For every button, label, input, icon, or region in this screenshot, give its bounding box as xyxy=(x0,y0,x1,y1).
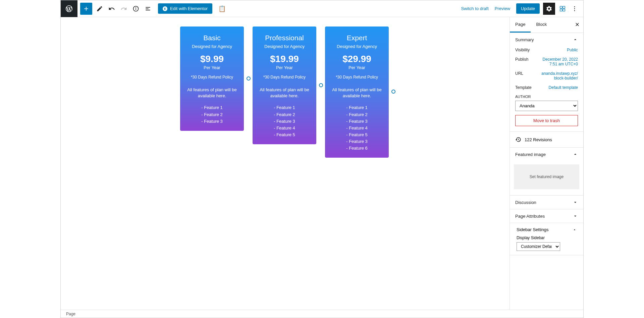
card-desc: All features of plan will be available h… xyxy=(330,87,384,99)
info-icon xyxy=(132,5,139,12)
summary-title: Summary xyxy=(515,37,534,42)
display-sidebar-select[interactable]: Customizer Default xyxy=(517,242,560,251)
url-value[interactable]: ananda.instawp.xyz/block-builder/ xyxy=(539,71,578,81)
plugin-icon xyxy=(559,5,566,12)
svg-point-2 xyxy=(136,7,136,8)
sidebar-settings-panel: Sidebar Settings Display Sidebar Customi… xyxy=(510,223,583,255)
plugin-button[interactable] xyxy=(556,3,569,15)
summary-header[interactable]: Summary xyxy=(510,33,583,46)
discussion-title: Discussion xyxy=(515,200,536,205)
chevron-up-icon xyxy=(573,37,578,42)
page-attributes-header[interactable]: Page Attributes xyxy=(510,209,583,223)
page-attributes-panel: Page Attributes xyxy=(510,209,583,223)
plus-icon xyxy=(83,5,90,12)
edit-elementor-button[interactable]: E Edit with Elementor xyxy=(158,3,212,14)
preview-link[interactable]: Preview xyxy=(495,6,510,11)
svg-point-8 xyxy=(574,8,575,9)
featured-image-header[interactable]: Featured image xyxy=(510,148,583,161)
more-options-button[interactable] xyxy=(569,3,581,15)
card-title: Basic xyxy=(185,34,239,42)
move-to-trash-button[interactable]: Move to trash xyxy=(515,115,578,126)
elementor-icon: E xyxy=(163,6,167,11)
edit-mode-button[interactable] xyxy=(94,3,106,15)
card-price: $9.99 xyxy=(185,54,239,64)
svg-rect-4 xyxy=(563,6,565,8)
discussion-panel: Discussion xyxy=(510,196,583,209)
settings-sidebar: Page Block Summary Visibility Public xyxy=(509,17,583,310)
settings-button[interactable] xyxy=(543,3,555,15)
chevron-down-icon xyxy=(573,200,578,205)
tab-page[interactable]: Page xyxy=(510,17,531,33)
sidebar-settings-header[interactable]: Sidebar Settings xyxy=(517,227,577,232)
undo-button[interactable] xyxy=(106,3,118,15)
wordpress-logo[interactable] xyxy=(61,0,77,17)
history-icon xyxy=(515,137,521,143)
pricing-card-expert[interactable]: ExpertDesigned for Agency$29.99Per Year*… xyxy=(325,26,389,158)
close-sidebar-button[interactable] xyxy=(573,20,581,29)
card-period: Per Year xyxy=(185,65,239,70)
card-title: Professional xyxy=(257,34,312,42)
sidebar-tabs: Page Block xyxy=(510,17,583,33)
discussion-header[interactable]: Discussion xyxy=(510,196,583,209)
wordpress-icon xyxy=(65,5,73,13)
update-button[interactable]: Update xyxy=(516,3,540,14)
summary-panel: Summary Visibility Public Publish Decemb… xyxy=(510,33,583,132)
template-label: Template xyxy=(515,85,532,90)
publish-value[interactable]: December 20, 2022 7:51 am UTC+0 xyxy=(539,57,578,66)
display-sidebar-label: Display Sidebar xyxy=(517,235,577,240)
editor-canvas[interactable]: BasicDesigned for Agency$9.99Per Year*30… xyxy=(61,17,509,310)
add-block-button[interactable] xyxy=(80,3,92,15)
visibility-label: Visibility xyxy=(515,48,530,52)
card-subtitle: Designed for Agency xyxy=(257,44,312,49)
elementor-label: Edit with Elementor xyxy=(170,6,208,11)
card-features: - Feature 1- Feature 2- Feature 3 xyxy=(185,104,239,124)
card-refund: *30 Days Refund Policy xyxy=(185,75,239,80)
card-period: Per Year xyxy=(330,65,384,70)
resize-handle-icon[interactable] xyxy=(319,83,323,87)
pricing-card-basic[interactable]: BasicDesigned for Agency$9.99Per Year*30… xyxy=(180,26,244,131)
template-value[interactable]: Default template xyxy=(549,85,578,90)
card-desc: All features of plan will be available h… xyxy=(257,87,312,99)
card-desc: All features of plan will be available h… xyxy=(185,87,239,99)
outline-button[interactable] xyxy=(142,3,154,15)
card-refund: *30 Days Refund Policy xyxy=(257,75,312,80)
clipboard-button[interactable]: 📋 xyxy=(218,5,226,12)
triangle-up-icon xyxy=(573,228,577,232)
breadcrumb-text[interactable]: Page xyxy=(66,312,75,316)
svg-rect-5 xyxy=(560,9,562,11)
set-featured-image-button[interactable]: Set featured image xyxy=(514,164,579,189)
footer-breadcrumb: Page xyxy=(61,310,583,318)
tab-block[interactable]: Block xyxy=(531,17,552,33)
card-subtitle: Designed for Agency xyxy=(185,44,239,49)
close-icon xyxy=(575,22,580,27)
card-refund: *30 Days Refund Policy xyxy=(330,75,384,80)
author-select[interactable]: Ananda xyxy=(515,101,578,111)
more-vertical-icon xyxy=(571,5,578,12)
top-toolbar: E Edit with Elementor 📋 Switch to draft … xyxy=(61,0,583,17)
svg-point-9 xyxy=(574,10,575,11)
pricing-card-professional[interactable]: ProfessionalDesigned for Agency$19.99Per… xyxy=(253,26,316,144)
redo-icon xyxy=(120,5,127,12)
author-label: AUTHOR xyxy=(515,95,578,99)
chevron-down-icon xyxy=(573,213,578,219)
revisions-button[interactable]: 122 Revisions xyxy=(510,132,583,148)
revisions-count: 122 Revisions xyxy=(525,137,552,142)
page-attributes-title: Page Attributes xyxy=(515,214,545,219)
list-icon xyxy=(145,5,151,12)
card-title: Expert xyxy=(330,34,384,42)
undo-icon xyxy=(108,5,115,12)
url-label: URL xyxy=(515,71,523,76)
redo-button[interactable] xyxy=(118,3,130,15)
card-features: - Feature 1- Feature 2- Feature 3- Featu… xyxy=(257,104,312,138)
visibility-value[interactable]: Public xyxy=(567,48,578,52)
pencil-icon xyxy=(96,5,103,12)
card-period: Per Year xyxy=(257,65,312,70)
resize-handle-icon[interactable] xyxy=(391,90,395,94)
switch-draft-link[interactable]: Switch to draft xyxy=(461,6,488,11)
info-button[interactable] xyxy=(130,3,142,15)
svg-rect-3 xyxy=(560,6,562,8)
resize-handle-icon[interactable] xyxy=(247,76,251,81)
chevron-up-icon xyxy=(573,152,578,157)
svg-point-7 xyxy=(574,6,575,7)
gear-icon xyxy=(546,5,552,12)
